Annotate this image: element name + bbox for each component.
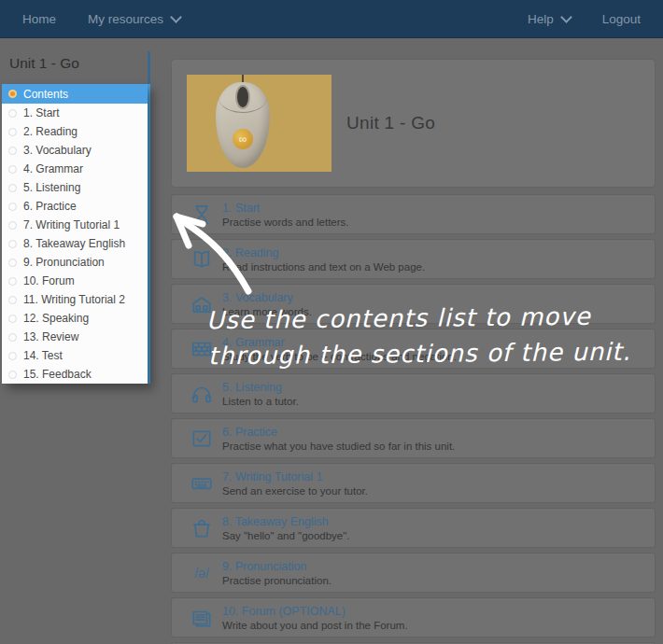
toc-item-writing-tutorial-1[interactable]: 7. Writing Tutorial 1 — [2, 216, 148, 234]
bullet-icon — [8, 165, 17, 174]
nav-my-resources-label: My resources — [88, 12, 163, 26]
toc-item-start[interactable]: 1. Start — [2, 104, 148, 122]
toc-item-contents-selected[interactable]: Contents — [2, 84, 148, 104]
toc-item-vocabulary[interactable]: 3. Vocabulary — [2, 141, 148, 160]
sidebar-unit-title: Unit 1 - Go — [9, 55, 79, 72]
top-navbar: Home My resources Help Logout — [0, 0, 663, 38]
sidebar-divider-top — [148, 51, 150, 84]
chevron-down-icon — [170, 11, 182, 23]
bullet-icon — [8, 259, 17, 267]
section-card-start[interactable]: 1. StartPractise words and letters. — [171, 194, 656, 234]
takeaway-box-icon — [187, 514, 217, 542]
bullet-icon — [8, 277, 17, 286]
toc-item-test[interactable]: 14. Test — [2, 346, 148, 365]
bullet-icon — [8, 315, 17, 323]
toc-item-forum[interactable]: 10. Forum — [2, 272, 148, 290]
selected-bullet-icon — [8, 90, 17, 98]
bullet-icon — [8, 147, 17, 155]
toc-item-grammar[interactable]: 4. Grammar — [2, 160, 148, 178]
nav-my-resources[interactable]: My resources — [88, 12, 180, 26]
bullet-icon — [8, 296, 17, 304]
section-card-takeaway-english[interactable]: 8. Takeaway EnglishSay "hello" and "good… — [171, 508, 656, 548]
navbar-right: Help Logout — [528, 12, 641, 26]
section-card-pronunciation[interactable]: /ə/ 9. PronunciationPractise pronunciati… — [171, 553, 656, 593]
navbar-left: Home My resources — [22, 12, 180, 26]
bullet-icon — [8, 184, 17, 192]
mouse-body: ∞ — [216, 82, 270, 168]
toc-item-review[interactable]: 13. Review — [2, 328, 148, 346]
toc-item-speaking[interactable]: 12. Speaking — [2, 309, 148, 328]
unit-title: Unit 1 - Go — [346, 113, 435, 133]
toc-item-listening[interactable]: 5. Listening — [2, 178, 148, 197]
toc-item-feedback[interactable]: 15. Feedback — [2, 365, 148, 384]
bullet-icon — [8, 203, 17, 211]
toc-item-takeaway-english[interactable]: 8. Takeaway English — [2, 234, 148, 253]
bullet-icon — [8, 109, 17, 118]
school-building-icon — [187, 290, 217, 318]
mouse-wheel — [237, 87, 248, 107]
section-card-reading[interactable]: 2. ReadingRead instructions and text on … — [171, 239, 656, 279]
bullet-icon — [8, 352, 17, 360]
contents-list: 1. Start 2. Reading 3. Vocabulary 4. Gra… — [2, 104, 148, 384]
bullet-icon — [8, 333, 17, 342]
toc-item-reading[interactable]: 2. Reading — [2, 122, 148, 141]
toc-item-pronunciation[interactable]: 9. Pronunciation — [2, 253, 148, 272]
section-card-vocabulary[interactable]: 3. VocabularyLearn more words. — [171, 284, 656, 324]
unit-mouse-photo: ∞ — [187, 75, 332, 172]
bullet-icon — [8, 371, 17, 379]
section-card-writing-tutorial-1[interactable]: 7. Writing Tutorial 1Send an exercise to… — [171, 463, 656, 503]
main-content: ∞ Unit 1 - Go 1. StartPractise words and… — [171, 59, 656, 188]
section-card-forum[interactable]: 10. Forum (OPTIONAL)Write about you and … — [171, 597, 656, 637]
section-card-practice[interactable]: 6. PracticePractise what you have studie… — [171, 418, 656, 458]
checkbox-icon — [187, 425, 217, 453]
nav-logout[interactable]: Logout — [602, 12, 641, 26]
sidebar-divider — [148, 84, 150, 384]
nav-help[interactable]: Help — [528, 12, 571, 26]
contents-panel: Contents 1. Start 2. Reading 3. Vocabula… — [2, 84, 148, 384]
keyboard-icon — [187, 469, 217, 497]
brick-wall-icon — [187, 335, 217, 363]
section-card-listening[interactable]: 5. ListeningListen to a tutor. — [171, 373, 656, 413]
forum-pages-icon — [187, 604, 217, 632]
toc-item-practice[interactable]: 6. Practice — [2, 197, 148, 216]
open-book-icon — [187, 245, 217, 273]
unit-header-card: ∞ Unit 1 - Go — [171, 59, 656, 188]
schwa-icon: /ə/ — [187, 559, 217, 587]
bullet-icon — [8, 240, 17, 248]
nav-home[interactable]: Home — [22, 12, 56, 26]
chevron-down-icon — [560, 11, 572, 23]
toc-item-label: Contents — [23, 88, 68, 101]
nav-logout-label: Logout — [602, 12, 641, 26]
headphones-icon — [187, 380, 217, 408]
mouse-logo: ∞ — [233, 129, 253, 149]
nav-home-label: Home — [22, 12, 56, 26]
section-card-grammar[interactable]: 4. GrammarStudy the verb to be + contrac… — [171, 329, 656, 369]
svg-text:/ə/: /ə/ — [194, 565, 209, 580]
bullet-icon — [8, 221, 17, 230]
lms-unit-page: Home My resources Help Logout Unit 1 - G… — [0, 0, 663, 644]
hourglass-icon — [187, 201, 217, 229]
bullet-icon — [8, 128, 17, 136]
toc-item-writing-tutorial-2[interactable]: 11. Writing Tutorial 2 — [2, 290, 148, 309]
nav-help-label: Help — [528, 12, 554, 26]
